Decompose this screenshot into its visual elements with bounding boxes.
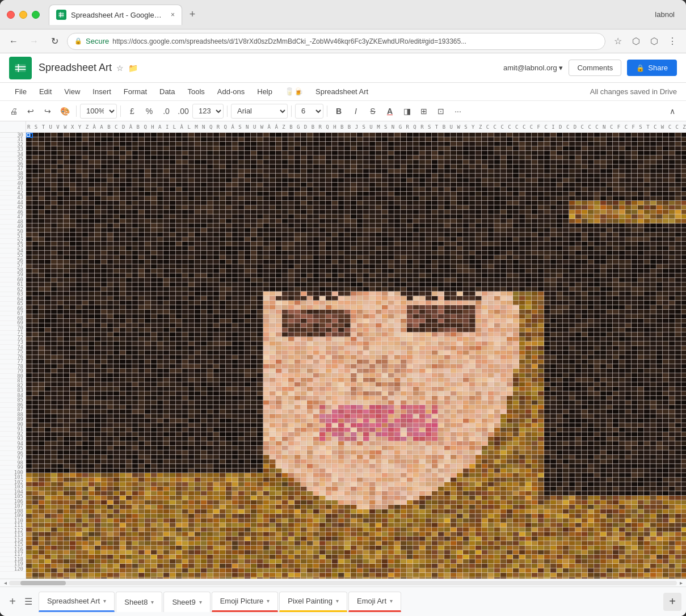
scroll-right-arrow[interactable]: ▸ [677,579,685,587]
sheets-tab-icon [56,10,66,20]
tab-spreadsheet-art[interactable]: Spreadsheet Art ▾ [39,592,115,612]
tab-label-emoji-picture: Emoji Picture [220,597,264,605]
tab-menu-spreadsheet-art[interactable]: ▾ [103,598,106,604]
tab-title: Spreadsheet Art - Google Sheets [71,11,162,19]
menu-file[interactable]: File [9,85,32,98]
toolbar-divider-3 [227,106,228,117]
italic-button[interactable]: I [348,103,364,119]
svg-rect-5 [15,64,26,72]
menu-tools[interactable]: Tools [182,85,210,98]
tab-menu-sheet8[interactable]: ▾ [151,599,154,605]
menu-data[interactable]: Data [154,85,180,98]
sheets-header-right: amit@labnol.org ▾ Comments 🔒 Share [503,60,677,76]
secure-icon: 🔒 [74,37,82,45]
bookmark-button[interactable]: ☆ [610,33,626,49]
tab-bar: Spreadsheet Art - Google Sheets × + [49,5,655,25]
svg-rect-0 [59,12,64,18]
tab-close-button[interactable]: × [171,11,175,19]
menu-emoji[interactable]: 🥛🍺 [279,85,309,98]
paint-format-button[interactable]: 🎨 [57,103,73,119]
scroll-thumb[interactable] [20,581,66,585]
back-button[interactable]: ← [6,33,22,49]
user-display: labnol [655,10,675,19]
toolbar-divider-5 [327,106,327,117]
maximize-button[interactable] [32,11,40,19]
toolbar-divider-1 [76,106,77,117]
percent-button[interactable]: % [141,103,157,119]
text-color-button[interactable]: A [382,103,398,119]
extension-btn-2[interactable]: ⬡ [646,33,662,49]
fill-color-button[interactable]: ◨ [399,103,415,119]
zoom-select[interactable]: 100% [80,104,117,119]
extension-btn-1[interactable]: ⬡ [628,33,644,49]
add-sheet-button[interactable]: + [5,594,20,610]
collapse-toolbar-button[interactable]: ∧ [664,103,680,119]
undo-button[interactable]: ↩ [23,103,39,119]
tab-sheet8[interactable]: Sheet8 ▾ [116,592,162,612]
print-button[interactable]: 🖨 [6,103,22,119]
new-tab-button[interactable]: + [184,7,200,23]
spreadsheet-canvas[interactable] [26,133,686,579]
tab-menu-sheet9[interactable]: ▾ [199,599,202,605]
star-icon[interactable]: ☆ [116,64,124,73]
close-button[interactable] [7,11,15,19]
lock-icon: 🔒 [636,64,645,72]
scroll-track[interactable] [9,581,677,585]
tab-sheet9[interactable]: Sheet9 ▾ [163,592,210,612]
url-bar[interactable]: 🔒 Secure https://docs.google.com/spreads… [67,33,605,50]
font-size-select[interactable]: 6 [295,104,323,119]
menu-insert[interactable]: Insert [87,85,117,98]
spreadsheet-image [26,133,686,579]
spreadsheet-title[interactable]: Spreadsheet Art [39,62,112,74]
folder-icon[interactable]: 📁 [128,64,138,73]
tab-menu-pixel-painting[interactable]: ▾ [336,598,339,604]
column-headers: R S T U V W X Y Z À A B C D À B Q H A I … [0,121,686,133]
scroll-left-arrow[interactable]: ◂ [1,579,9,587]
browser-tab[interactable]: Spreadsheet Art - Google Sheets × [49,5,182,25]
currency-button[interactable]: £ [124,103,140,119]
tabs-right-area: + [663,593,681,611]
decimal-more-button[interactable]: .00 [175,103,191,119]
share-button[interactable]: 🔒 Share [627,60,677,76]
font-select[interactable]: Arial [231,104,288,119]
more-menu-button[interactable]: ⋮ [664,33,680,49]
more-toolbar-button[interactable]: ··· [450,103,466,119]
menu-view[interactable]: View [58,85,86,98]
sheets-menu-button[interactable]: ☰ [20,594,36,610]
redo-button[interactable]: ↪ [40,103,56,119]
tab-pixel-painting[interactable]: Pixel Painting ▾ [279,592,347,612]
merge-button[interactable]: ⊡ [433,103,449,119]
comments-button[interactable]: Comments [569,60,621,76]
toolbar-divider-4 [291,106,292,117]
menu-help[interactable]: Help [251,85,278,98]
row-num-header [0,121,26,132]
borders-button[interactable]: ⊞ [416,103,432,119]
tab-label-spreadsheet-art: Spreadsheet Art [47,597,100,605]
sheets-logo [9,57,32,79]
bold-button[interactable]: B [331,103,347,119]
col-headers-text: R S T U V W X Y Z À A B C D À B Q H A I … [26,121,686,132]
toolbar: 🖨 ↩ ↪ 🎨 100% £ % .0 .00 123 Arial 6 [0,101,686,121]
menu-spreadsheet-art[interactable]: Spreadsheet Art [310,85,374,98]
menu-addons[interactable]: Add-ons [212,85,250,98]
tab-emoji-picture[interactable]: Emoji Picture ▾ [212,592,279,612]
sheet-tabs-bar: + ☰ Spreadsheet Art ▾ Sheet8 ▾ Sheet9 ▾ … [0,587,686,616]
decimal-less-button[interactable]: .0 [158,103,174,119]
forward-button[interactable]: → [26,33,42,49]
strikethrough-button[interactable]: S [365,103,381,119]
horizontal-scrollbar[interactable]: ◂ ▸ [0,579,686,587]
menu-format[interactable]: Format [118,85,153,98]
tab-menu-emoji-art[interactable]: ▾ [390,598,393,604]
titlebar: Spreadsheet Art - Google Sheets × + labn… [0,0,686,29]
refresh-button[interactable]: ↻ [47,33,62,49]
number-format-select[interactable]: 123 [192,104,224,119]
add-sheet-right-button[interactable]: + [663,593,681,611]
user-email[interactable]: amit@labnol.org ▾ [503,64,563,72]
tab-menu-emoji-picture[interactable]: ▾ [267,598,270,604]
tab-label-pixel-painting: Pixel Painting [288,597,333,605]
url-actions: ☆ ⬡ ⬡ ⋮ [610,33,680,49]
minimize-button[interactable] [19,11,27,19]
sheets-header: Spreadsheet Art ☆ 📁 amit@labnol.org ▾ Co… [0,53,686,83]
tab-emoji-art[interactable]: Emoji Art ▾ [348,592,401,612]
menu-edit[interactable]: Edit [33,85,57,98]
